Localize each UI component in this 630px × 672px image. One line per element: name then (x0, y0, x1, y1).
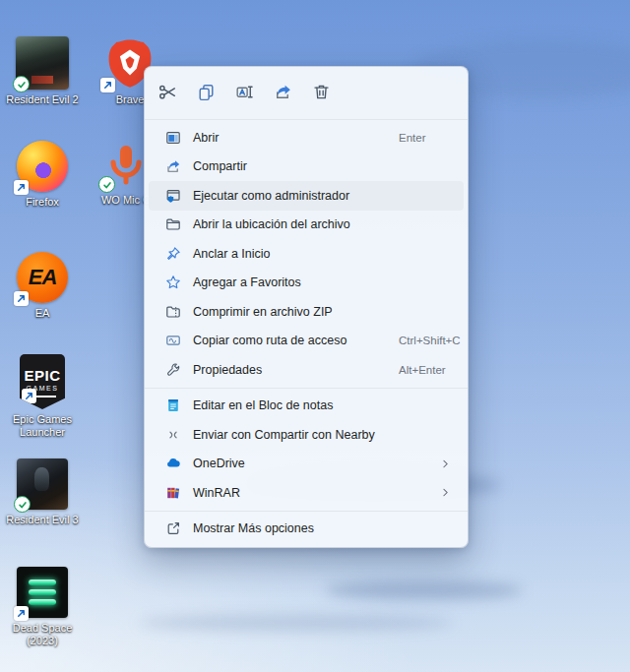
chevron-right-icon (439, 458, 452, 470)
menu-item-abrir-ubicacion[interactable]: Abrir la ubicación del archivo (149, 211, 464, 240)
cloud-decoration (138, 615, 453, 631)
dead-space-thumbnail (17, 567, 68, 618)
shortcut-arrow-badge-icon (14, 606, 29, 621)
cut-button[interactable] (155, 81, 180, 106)
share-box-icon (164, 158, 181, 175)
delete-icon (311, 82, 332, 105)
context-menu: Abrir Enter Compartir Ejecutar como admi… (144, 66, 469, 548)
epic-games-logo-icon: EPIC GAMES (20, 354, 65, 409)
desktop-icon-label: Dead Space (2023) (4, 622, 81, 647)
desktop-icon-label: Brave (116, 93, 145, 106)
menu-item-label: Agregar a Favoritos (193, 275, 301, 289)
shortcut-arrow-badge-icon (14, 291, 29, 306)
menu-item-propiedades[interactable]: Propiedades Alt+Enter (149, 355, 464, 385)
shortcut-arrow-badge-icon (22, 389, 36, 403)
winrar-books-icon (164, 484, 181, 501)
copy-path-icon (164, 333, 181, 349)
menu-item-label: Mostrar Más opciones (193, 521, 314, 535)
menu-item-mostrar-mas-opciones[interactable]: Mostrar Más opciones (149, 515, 464, 544)
desktop-icon-firefox[interactable]: Firefox (6, 141, 79, 209)
desktop-icon-label: Resident Evil 2 (6, 93, 78, 106)
desktop-icon-ea[interactable]: EA EA (4, 252, 81, 320)
resident-evil-3-thumbnail (17, 458, 68, 510)
onedrive-sync-badge-icon (13, 76, 30, 92)
menu-item-label: Propiedades (193, 363, 262, 377)
zip-folder-icon (164, 303, 181, 320)
open-window-icon (164, 129, 181, 146)
nearby-share-icon (164, 426, 181, 443)
chevron-right-icon (439, 486, 452, 499)
menu-item-onedrive[interactable]: OneDrive (149, 450, 464, 479)
desktop-icon-epic-games-launcher[interactable]: EPIC GAMES Epic Games Launcher (0, 354, 85, 439)
menu-item-agregar-a-favoritos[interactable]: Agregar a Favoritos (149, 269, 464, 298)
onedrive-sync-badge-icon (98, 176, 115, 193)
menu-item-compartir[interactable]: Compartir (149, 153, 464, 182)
ea-logo-icon: EA (17, 252, 68, 303)
shortcut-arrow-badge-icon (100, 78, 115, 92)
menu-item-label: Abrir (193, 131, 219, 145)
share-icon (273, 82, 293, 105)
share-button[interactable] (270, 81, 295, 106)
desktop: Resident Evil 2 Brave Firefox (0, 0, 630, 672)
pin-icon (164, 245, 181, 262)
menu-item-label: Abrir la ubicación del archivo (193, 217, 350, 231)
menu-item-label: Compartir (193, 159, 247, 173)
menu-item-shortcut: Ctrl+Shift+C (399, 335, 461, 346)
menu-item-anclar-a-inicio[interactable]: Anclar a Inicio (149, 239, 464, 269)
cut-icon (158, 82, 178, 105)
menu-item-shortcut: Alt+Enter (399, 364, 446, 376)
menu-item-editar-bloc-de-notas[interactable]: Editar en el Bloc de notas (149, 392, 464, 421)
rename-button[interactable] (231, 81, 257, 106)
desktop-icon-resident-evil-2[interactable]: Resident Evil 2 (4, 36, 81, 106)
epic-logo-text: EPIC (24, 367, 60, 384)
copy-button[interactable] (193, 81, 219, 106)
menu-item-abrir[interactable]: Abrir Enter (149, 123, 464, 153)
notepad-icon (164, 397, 181, 414)
wrench-icon (164, 361, 181, 378)
rename-icon (234, 82, 255, 105)
delete-button[interactable] (308, 81, 334, 106)
desktop-icon-label: Resident Evil 3 (6, 514, 78, 526)
desktop-icon-label: Epic Games Launcher (0, 413, 85, 439)
folder-icon (164, 216, 181, 233)
resident-evil-2-thumbnail (16, 36, 69, 90)
menu-separator (145, 119, 468, 120)
menu-separator (145, 511, 468, 512)
menu-item-label: Anclar a Inicio (193, 247, 271, 261)
menu-item-label: Comprimir en archivo ZIP (193, 305, 333, 319)
firefox-logo-icon (17, 141, 68, 192)
onedrive-cloud-icon (164, 456, 181, 472)
menu-item-label: WinRAR (193, 486, 240, 500)
shortcut-arrow-badge-icon (14, 180, 29, 195)
menu-separator (145, 388, 468, 389)
desktop-icon-label: EA (35, 307, 50, 320)
cloud-decoration (325, 580, 522, 600)
menu-item-shortcut: Enter (399, 132, 426, 144)
menu-item-label: Enviar con Compartir con Nearby (193, 428, 375, 442)
ea-logo-text: EA (29, 265, 57, 290)
dead-space-rig-bars (29, 580, 56, 605)
menu-item-label: Copiar como ruta de acceso (193, 334, 346, 347)
menu-item-ejecutar-como-administrador[interactable]: Ejecutar como administrador (149, 181, 464, 211)
star-icon (164, 275, 181, 291)
menu-item-label: OneDrive (193, 457, 245, 470)
copy-icon (196, 82, 217, 105)
menu-item-label: Editar en el Bloc de notas (193, 398, 333, 412)
onedrive-sync-badge-icon (14, 496, 31, 513)
desktop-icon-label: Firefox (26, 196, 59, 209)
desktop-icon-resident-evil-3[interactable]: Resident Evil 3 (4, 458, 81, 526)
run-as-admin-icon (164, 187, 181, 204)
context-menu-toolbar (145, 71, 468, 116)
menu-item-label: Ejecutar como administrador (193, 189, 349, 203)
desktop-icon-dead-space[interactable]: Dead Space (2023) (4, 567, 81, 647)
menu-item-nearby-share[interactable]: Enviar con Compartir con Nearby (149, 420, 464, 450)
menu-item-comprimir-zip[interactable]: Comprimir en archivo ZIP (149, 297, 464, 327)
show-more-options-icon (164, 520, 181, 537)
menu-item-copiar-ruta[interactable]: Copiar como ruta de acceso Ctrl+Shift+C (149, 327, 464, 356)
menu-item-winrar[interactable]: WinRAR (149, 478, 464, 508)
